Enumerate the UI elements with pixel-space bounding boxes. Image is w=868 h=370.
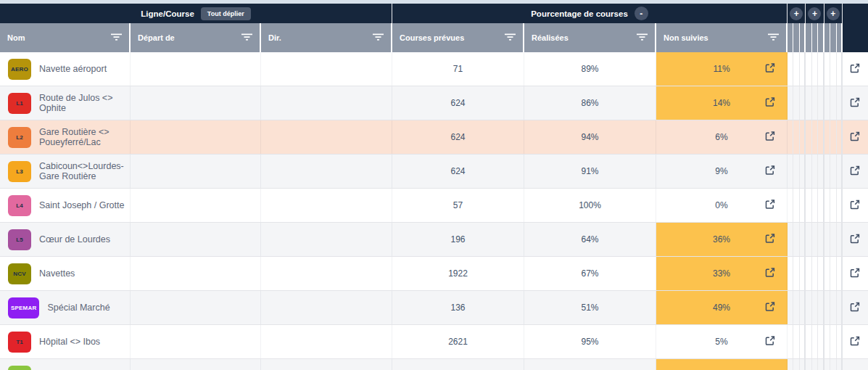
filter-icon xyxy=(504,33,516,44)
filter-button[interactable] xyxy=(636,33,648,44)
collapsed-column-cell xyxy=(788,325,793,358)
row-open-button[interactable] xyxy=(850,302,860,314)
collapsed-column-cell xyxy=(837,257,843,290)
cell-row-link xyxy=(843,223,868,256)
collapsed-column-cell xyxy=(818,155,824,188)
table-row[interactable]: T1 Hôpital <> Ibos 2621 95% 5% xyxy=(0,325,868,359)
cell-depart-de xyxy=(131,52,261,86)
open-details-button[interactable] xyxy=(765,200,775,212)
external-link-icon xyxy=(850,200,860,212)
table-row[interactable]: L3 Cabicoun<>Lourdes-Gare Routière 624 9… xyxy=(0,155,868,189)
row-open-button[interactable] xyxy=(850,131,860,144)
filter-button[interactable] xyxy=(504,33,516,44)
external-link-icon xyxy=(850,165,860,178)
cell-depart-de xyxy=(131,155,261,188)
open-details-button[interactable] xyxy=(765,97,775,110)
line-badge: NCV xyxy=(8,263,31,284)
collapsed-column-cell xyxy=(800,359,806,370)
non-suivies-value: 6% xyxy=(715,132,727,142)
collapsed-column-cell xyxy=(788,223,793,256)
collapsed-column-cell xyxy=(818,86,824,120)
column-header-5: Non suivies xyxy=(656,23,788,52)
open-details-button[interactable] xyxy=(765,63,775,75)
row-open-button[interactable] xyxy=(850,165,860,178)
collapsed-column-cell xyxy=(818,189,824,222)
collapsed-column-header xyxy=(824,23,830,52)
cell-non-suivies: 6% xyxy=(656,120,788,154)
table-row[interactable]: L4 Saint Joseph / Grotte 57 100% 0% xyxy=(0,189,868,223)
collapsed-column-cell xyxy=(818,257,824,290)
collapsed-column-cell xyxy=(800,223,806,256)
line-name: Gare Routière <> Poueyferré/Lac xyxy=(39,127,130,147)
group-ligne-course: Ligne/Course Tout déplier xyxy=(0,4,392,23)
collapsed-column-cell xyxy=(824,189,830,222)
collapsed-column-cell xyxy=(806,359,811,370)
collapsed-column-cell xyxy=(806,325,811,358)
cell-non-suivies xyxy=(656,359,788,370)
filter-icon xyxy=(636,33,648,44)
collapsed-column-cell xyxy=(837,189,843,222)
open-details-button[interactable] xyxy=(765,336,775,348)
table-row[interactable]: L2 Gare Routière <> Poueyferré/Lac 624 9… xyxy=(0,120,868,155)
row-open-button[interactable] xyxy=(850,336,860,348)
expand-group-2-button[interactable]: + xyxy=(808,7,821,20)
external-link-icon xyxy=(850,336,860,348)
cell-nom: L5 Cœur de Lourdes xyxy=(0,223,131,256)
filter-button[interactable] xyxy=(372,33,384,44)
collapsed-column-cell xyxy=(793,189,799,222)
filter-button[interactable] xyxy=(767,33,780,44)
line-badge: L1 xyxy=(8,93,31,114)
collapsed-column-cell xyxy=(806,86,811,120)
open-details-button[interactable] xyxy=(765,268,775,280)
collapsed-column-cell xyxy=(806,257,811,290)
collapsed-column-cell xyxy=(793,86,799,120)
expand-group-1-button[interactable]: + xyxy=(790,7,803,20)
cell-depart-de xyxy=(131,120,261,154)
open-details-button[interactable] xyxy=(765,165,775,178)
filter-button[interactable] xyxy=(241,33,253,44)
cell-non-suivies: 49% xyxy=(656,291,788,324)
cell-non-suivies: 36% xyxy=(656,223,788,256)
row-open-button[interactable] xyxy=(850,234,860,246)
row-open-button[interactable] xyxy=(850,97,860,110)
collapsed-column-cell xyxy=(793,359,799,370)
table-row[interactable]: AERO Navette aéroport 71 89% 11% xyxy=(0,52,868,86)
cell-nom xyxy=(0,359,131,370)
collapsed-column-cell xyxy=(800,291,806,324)
collapsed-column-cell xyxy=(800,120,806,154)
table-row[interactable]: L1 Route de Julos <> Ophite 624 86% 14% xyxy=(0,86,868,120)
collapsed-column-cell xyxy=(806,291,811,324)
collapsed-column-cell xyxy=(793,52,799,86)
row-open-button[interactable] xyxy=(850,200,860,212)
external-link-icon xyxy=(765,234,775,246)
filter-button[interactable] xyxy=(110,33,123,44)
collapsed-column-cell xyxy=(824,291,830,324)
cell-nom: SPEMAR Spécial Marché xyxy=(0,291,131,324)
table-row[interactable]: L5 Cœur de Lourdes 196 64% 36% xyxy=(0,223,868,257)
non-suivies-value: 33% xyxy=(713,268,730,279)
external-link-icon xyxy=(765,336,775,348)
line-badge xyxy=(8,366,31,370)
cell-realisees: 91% xyxy=(524,155,656,188)
expand-all-button[interactable]: Tout déplier xyxy=(201,7,251,20)
collapse-group-button[interactable]: - xyxy=(635,7,648,20)
table-row[interactable] xyxy=(0,359,868,370)
collapsed-column-cell xyxy=(793,223,799,256)
cell-dir xyxy=(261,359,392,370)
open-details-button[interactable] xyxy=(765,302,775,314)
row-open-button[interactable] xyxy=(850,268,860,280)
open-details-button[interactable] xyxy=(765,234,775,246)
row-open-button[interactable] xyxy=(850,63,860,75)
collapsed-column-cell xyxy=(793,325,799,358)
open-details-button[interactable] xyxy=(765,131,775,144)
table-row[interactable]: NCV Navettes 1922 67% 33% xyxy=(0,257,868,291)
table-row[interactable]: SPEMAR Spécial Marché 136 51% 49% xyxy=(0,291,868,325)
expand-group-3-button[interactable]: + xyxy=(827,7,840,20)
non-suivies-value: 49% xyxy=(713,303,730,313)
collapsed-column-cell xyxy=(806,120,811,154)
non-suivies-value: 0% xyxy=(715,200,727,210)
cell-depart-de xyxy=(131,223,261,256)
collapsed-column-cell xyxy=(830,86,836,120)
collapsed-column-cell xyxy=(812,86,818,120)
group-header-band: Ligne/Course Tout déplier Pourcentage de… xyxy=(0,4,843,23)
